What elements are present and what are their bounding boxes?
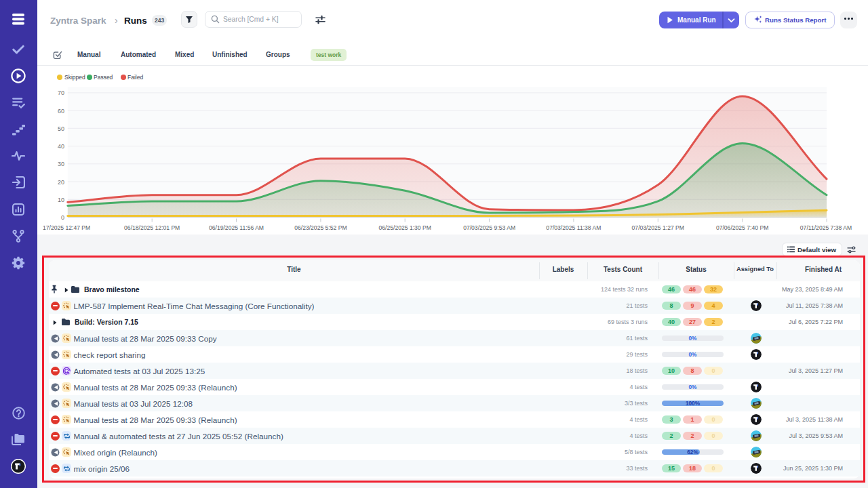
svg-text:70: 70 <box>58 89 64 96</box>
svg-text:06/19/2025 11:56 AM: 06/19/2025 11:56 AM <box>209 224 264 231</box>
svg-text:06/23/2025 5:52 PM: 06/23/2025 5:52 PM <box>294 224 347 231</box>
svg-text:07/03/2025 11:38 AM: 07/03/2025 11:38 AM <box>546 224 601 231</box>
svg-text:40: 40 <box>58 143 64 150</box>
svg-text:06/25/2025 1:30 PM: 06/25/2025 1:30 PM <box>378 224 431 231</box>
svg-text:60: 60 <box>58 108 64 115</box>
svg-text:0: 0 <box>61 214 64 221</box>
svg-text:50: 50 <box>58 125 64 132</box>
svg-text:06/18/2025 12:01 PM: 06/18/2025 12:01 PM <box>124 224 180 231</box>
svg-text:07/03/2025 9:53 AM: 07/03/2025 9:53 AM <box>463 224 515 231</box>
svg-text:20: 20 <box>58 179 64 186</box>
svg-text:07/06/2025 7:40 PM: 07/06/2025 7:40 PM <box>716 224 768 231</box>
svg-text:17/2025 12:47 PM: 17/2025 12:47 PM <box>43 224 90 231</box>
svg-text:30: 30 <box>58 161 64 167</box>
svg-text:07/11/2025 7:38 AM: 07/11/2025 7:38 AM <box>800 224 852 231</box>
svg-text:07/03/2025 1:27 PM: 07/03/2025 1:27 PM <box>632 224 684 231</box>
svg-text:10: 10 <box>58 197 64 203</box>
